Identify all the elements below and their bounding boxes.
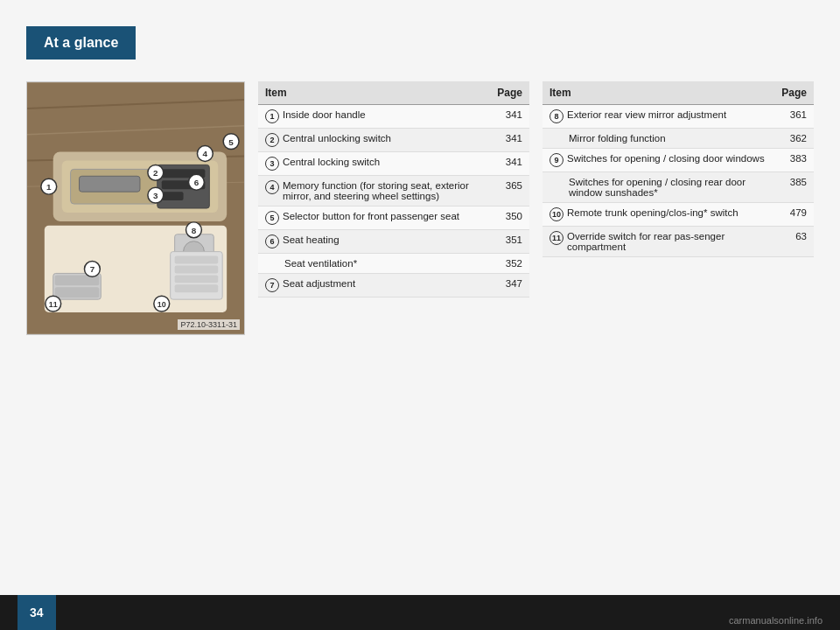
item-text: Seat heating (283, 234, 483, 245)
svg-text:11: 11 (49, 300, 58, 309)
page-number-cell: 383 (774, 149, 814, 172)
left-item-cell: 3Central locking switch (258, 152, 490, 176)
right-table-row: Mirror folding function362 (542, 129, 814, 149)
item-number: 7 (265, 278, 279, 292)
left-item-cell: 1Inside door handle (258, 105, 490, 129)
item-number: 3 (265, 157, 279, 171)
page-number-cell: 63 (774, 227, 814, 257)
page-number-cell: 351 (490, 230, 529, 254)
item-number: 4 (265, 180, 279, 194)
right-table-row: 8Exterior rear view mirror adjustment361 (542, 105, 814, 129)
item-text: Selector button for front passenger seat (283, 211, 483, 221)
svg-rect-12 (162, 192, 184, 200)
tables-area: Item Page 1Inside door handle3412Central… (258, 81, 814, 298)
left-table: Item Page 1Inside door handle3412Central… (258, 81, 529, 298)
right-item-cell: 10Remote trunk opening/clos-ing* switch (542, 203, 774, 227)
item-text: Central unlocking switch (283, 133, 483, 144)
item-number: 9 (550, 153, 564, 167)
left-table-row: Seat ventilation*352 (258, 254, 529, 274)
svg-rect-45 (175, 284, 219, 292)
left-table-row: 5Selector button for front passenger sea… (258, 206, 529, 230)
left-table-row: 3Central locking switch341 (258, 152, 529, 176)
right-table-row: 11Override switch for rear pas-senger co… (542, 227, 814, 257)
page-number-cell: 350 (490, 206, 529, 230)
svg-rect-44 (175, 275, 219, 283)
right-table: Item Page 8Exterior rear view mirror adj… (542, 81, 814, 257)
svg-text:6: 6 (194, 178, 200, 187)
left-item-cell: 7Seat adjustment (258, 274, 490, 298)
item-text: Override switch for rear pas-senger comp… (567, 231, 767, 252)
left-item-cell: 2Central unlocking switch (258, 129, 490, 152)
item-number: 11 (550, 231, 564, 245)
page-number-cell: 341 (490, 105, 529, 129)
left-page-header: Page (490, 81, 529, 105)
svg-text:8: 8 (192, 226, 197, 235)
left-item-cell: Seat ventilation* (258, 254, 490, 274)
header-bar: At a glance (26, 26, 136, 60)
item-text: Inside door handle (283, 109, 483, 120)
item-number: 2 (265, 133, 279, 147)
item-number: 5 (265, 211, 279, 225)
item-number: 8 (550, 109, 564, 123)
left-table-header: Item Page (258, 81, 529, 105)
svg-rect-43 (175, 265, 219, 273)
left-item-header: Item (258, 81, 490, 105)
page-number-cell: 361 (774, 105, 814, 129)
left-item-cell: 4Memory function (for storing seat, exte… (258, 176, 490, 206)
left-table-row: 7Seat adjustment347 (258, 274, 529, 298)
page-number-cell: 365 (490, 176, 529, 206)
page-number-cell: 385 (774, 172, 814, 203)
right-item-header: Item (542, 81, 774, 105)
svg-rect-8 (80, 176, 140, 192)
page-number-cell: 347 (490, 274, 529, 298)
page-number-cell: 341 (490, 152, 529, 176)
left-table-row: 6Seat heating351 (258, 230, 529, 254)
item-text: Central locking switch (283, 157, 483, 167)
left-table-container: Item Page 1Inside door handle3412Central… (258, 81, 529, 298)
item-text: Remote trunk opening/clos-ing* switch (567, 207, 767, 218)
image-label: P72.10-3311-31 (178, 319, 240, 330)
left-table-row: 4Memory function (for storing seat, exte… (258, 176, 529, 206)
right-table-header: Item Page (542, 81, 814, 105)
right-item-cell: Switches for opening / closing rear door… (542, 172, 774, 203)
left-item-cell: 6Seat heating (258, 230, 490, 254)
item-text: Memory function (for storing seat, exter… (283, 180, 483, 201)
item-text: Seat adjustment (283, 278, 483, 289)
svg-text:5: 5 (228, 137, 234, 147)
page-number-cell: 352 (490, 254, 529, 274)
svg-rect-42 (175, 256, 219, 264)
right-page-header: Page (774, 81, 814, 105)
page-number-cell: 341 (490, 129, 529, 152)
page-number: 34 (18, 595, 56, 630)
item-text: Seat ventilation* (284, 258, 483, 269)
right-table-row: 9Switches for opening / closing door win… (542, 149, 814, 172)
svg-text:1: 1 (46, 182, 52, 192)
left-item-cell: 5Selector button for front passenger sea… (258, 206, 490, 230)
watermark: carmanualsonline.info (729, 615, 822, 626)
item-number: 6 (265, 234, 279, 248)
right-item-cell: Mirror folding function (542, 129, 774, 149)
left-table-row: 2Central unlocking switch341 (258, 129, 529, 152)
item-number: 1 (265, 109, 279, 123)
svg-text:10: 10 (158, 300, 166, 309)
right-item-cell: 8Exterior rear view mirror adjustment (542, 105, 774, 129)
page-number-cell: 362 (774, 129, 814, 149)
right-table-row: 10Remote trunk opening/clos-ing* switch4… (542, 203, 814, 227)
svg-text:3: 3 (153, 191, 158, 200)
bottom-bar: 34 carmanualsonline.info (0, 595, 840, 630)
right-item-cell: 9Switches for opening / closing door win… (542, 149, 774, 172)
main-content: At a glance (0, 0, 840, 595)
right-table-row: Switches for opening / closing rear door… (542, 172, 814, 203)
svg-rect-16 (55, 287, 100, 298)
item-text: Exterior rear view mirror adjustment (567, 109, 767, 120)
item-text: Switches for opening / closing door wind… (567, 153, 767, 164)
item-text: Switches for opening / closing rear door… (569, 177, 767, 198)
left-table-row: 1Inside door handle341 (258, 105, 529, 129)
item-number: 10 (550, 207, 564, 221)
item-text: Mirror folding function (569, 133, 767, 144)
svg-text:4: 4 (203, 149, 208, 158)
page-number-cell: 479 (774, 203, 814, 227)
svg-text:2: 2 (153, 168, 158, 178)
door-panel-image: 1 2 3 4 5 6 7 8 (26, 81, 245, 335)
content-area: 1 2 3 4 5 6 7 8 (26, 81, 814, 335)
